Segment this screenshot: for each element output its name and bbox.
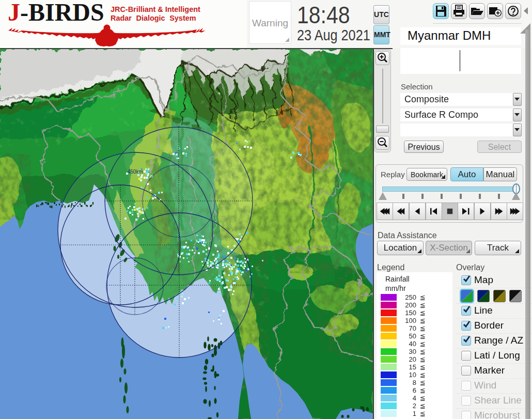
svg-text:450km: 450km — [128, 169, 143, 175]
